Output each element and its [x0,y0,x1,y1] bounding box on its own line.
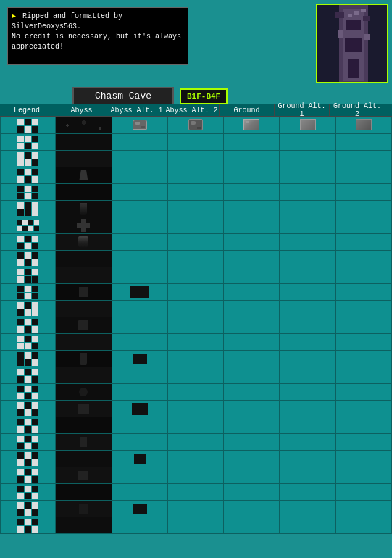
abyss-cell [56,134,112,151]
table-row [1,201,392,217]
empty-cell [167,517,223,534]
empty-cell [112,334,167,351]
abyss-cell [56,334,112,351]
abyss-cell-1 [56,117,112,134]
empty-cell [167,301,223,317]
table-row [1,484,392,501]
legend-cell [1,267,56,284]
table-row [1,351,392,367]
empty-cell [280,201,335,217]
col-header-abyss-alt1: Abyss Alt. 1 [109,104,164,116]
empty-cell [167,451,223,467]
legend-cell [1,284,56,301]
abyss-cell [56,317,112,334]
col-header-ground-alt2: Ground Alt. 2 [330,104,385,116]
empty-cell [280,301,335,317]
empty-cell [167,367,223,384]
empty-cell [167,167,223,184]
legend-cell [1,501,56,517]
empty-cell [224,251,280,267]
cave-name: Chasm Cave [72,87,174,105]
abyss-cell [56,301,112,317]
legend-cell [1,384,56,401]
empty-cell [224,201,280,217]
empty-cell [280,517,335,534]
table-row [1,401,392,417]
empty-cell [224,334,280,351]
empty-cell [167,417,223,434]
col-header-ground: Ground [220,104,275,116]
preview-image [317,5,388,83]
empty-cell [112,317,167,334]
empty-cell [112,251,167,267]
abyss-cell [56,267,112,284]
empty-cell [167,484,223,501]
empty-cell [224,401,280,417]
empty-cell [280,417,335,434]
legend-cell [1,417,56,434]
empty-cell [112,417,167,434]
empty-cell [335,284,391,301]
empty-cell [280,184,335,201]
svg-rect-5 [348,59,359,78]
abyss-alt2-cell-1 [167,117,223,134]
empty-cell [224,167,280,184]
floor-badge: B1F-B4F [180,88,228,104]
svg-rect-8 [338,30,343,38]
empty-cell [167,217,223,234]
empty-cell [335,201,391,217]
empty-cell [335,501,391,517]
empty-cell [335,384,391,401]
col-header-ground-alt1: Ground Alt. 1 [275,104,330,116]
empty-cell [112,351,167,367]
info-box: Ripped and formatted by SilverDeoxys563.… [7,7,188,65]
abyss-cell [56,467,112,484]
empty-cell [335,167,391,184]
legend-cell [1,184,56,201]
empty-cell [224,234,280,251]
empty-cell [280,134,335,151]
svg-rect-9 [364,34,370,40]
table-row [1,317,392,334]
empty-cell [112,467,167,484]
empty-cell [112,267,167,284]
abyss-cell [56,234,112,251]
legend-cell [1,351,56,367]
table-row [1,284,392,301]
empty-cell [280,251,335,267]
empty-cell [335,134,391,151]
empty-cell [167,134,223,151]
svg-rect-4 [345,38,362,52]
empty-cell [112,434,167,451]
table-row [1,151,392,167]
legend-cell [1,401,56,417]
table-row [1,234,392,251]
empty-cell [224,451,280,467]
empty-cell [112,384,167,401]
legend-cell [1,217,56,234]
legend-cell [1,134,56,151]
abyss-cell [56,384,112,401]
empty-cell [167,501,223,517]
legend-cell [1,434,56,451]
empty-cell [224,134,280,151]
table-row [1,251,392,267]
empty-cell [280,351,335,367]
legend-cell [1,117,56,134]
empty-cell [280,234,335,251]
legend-cell [1,451,56,467]
svg-rect-12 [361,9,366,12]
abyss-cell [56,517,112,534]
empty-cell [224,184,280,201]
ground-cell-1 [224,117,280,134]
empty-cell [280,384,335,401]
empty-cell [112,201,167,217]
abyss-cell [56,401,112,417]
empty-cell [280,367,335,384]
empty-cell [280,317,335,334]
empty-cell [335,251,391,267]
empty-cell [335,484,391,501]
abyss-cell [56,484,112,501]
empty-cell [280,434,335,451]
empty-cell [112,451,167,467]
